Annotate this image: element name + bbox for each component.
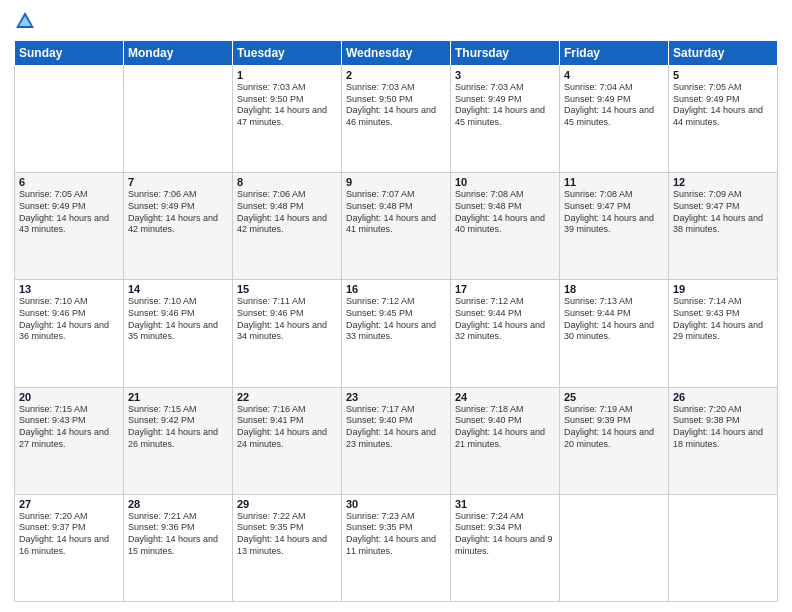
day-number: 15 [237, 283, 337, 295]
day-number: 1 [237, 69, 337, 81]
day-number: 5 [673, 69, 773, 81]
day-content: Sunrise: 7:03 AMSunset: 9:50 PMDaylight:… [346, 82, 446, 129]
calendar-cell: 12Sunrise: 7:09 AMSunset: 9:47 PMDayligh… [669, 173, 778, 280]
calendar-cell: 26Sunrise: 7:20 AMSunset: 9:38 PMDayligh… [669, 387, 778, 494]
day-number: 26 [673, 391, 773, 403]
day-content: Sunrise: 7:16 AMSunset: 9:41 PMDaylight:… [237, 404, 337, 451]
day-content: Sunrise: 7:24 AMSunset: 9:34 PMDaylight:… [455, 511, 555, 558]
day-content: Sunrise: 7:03 AMSunset: 9:50 PMDaylight:… [237, 82, 337, 129]
calendar-cell: 8Sunrise: 7:06 AMSunset: 9:48 PMDaylight… [233, 173, 342, 280]
day-number: 4 [564, 69, 664, 81]
day-number: 13 [19, 283, 119, 295]
calendar-cell: 27Sunrise: 7:20 AMSunset: 9:37 PMDayligh… [15, 494, 124, 601]
calendar-cell: 10Sunrise: 7:08 AMSunset: 9:48 PMDayligh… [451, 173, 560, 280]
calendar-cell: 21Sunrise: 7:15 AMSunset: 9:42 PMDayligh… [124, 387, 233, 494]
calendar-cell [124, 66, 233, 173]
day-number: 25 [564, 391, 664, 403]
day-content: Sunrise: 7:11 AMSunset: 9:46 PMDaylight:… [237, 296, 337, 343]
calendar-cell: 14Sunrise: 7:10 AMSunset: 9:46 PMDayligh… [124, 280, 233, 387]
day-content: Sunrise: 7:20 AMSunset: 9:37 PMDaylight:… [19, 511, 119, 558]
day-content: Sunrise: 7:03 AMSunset: 9:49 PMDaylight:… [455, 82, 555, 129]
calendar-week-row: 13Sunrise: 7:10 AMSunset: 9:46 PMDayligh… [15, 280, 778, 387]
day-content: Sunrise: 7:14 AMSunset: 9:43 PMDaylight:… [673, 296, 773, 343]
day-number: 31 [455, 498, 555, 510]
calendar-cell: 29Sunrise: 7:22 AMSunset: 9:35 PMDayligh… [233, 494, 342, 601]
calendar-header-row: SundayMondayTuesdayWednesdayThursdayFrid… [15, 41, 778, 66]
weekday-header: Thursday [451, 41, 560, 66]
day-number: 17 [455, 283, 555, 295]
day-content: Sunrise: 7:08 AMSunset: 9:48 PMDaylight:… [455, 189, 555, 236]
weekday-header: Saturday [669, 41, 778, 66]
weekday-header: Friday [560, 41, 669, 66]
weekday-header: Tuesday [233, 41, 342, 66]
day-number: 11 [564, 176, 664, 188]
calendar-cell: 28Sunrise: 7:21 AMSunset: 9:36 PMDayligh… [124, 494, 233, 601]
day-number: 3 [455, 69, 555, 81]
calendar-cell: 24Sunrise: 7:18 AMSunset: 9:40 PMDayligh… [451, 387, 560, 494]
calendar-cell: 18Sunrise: 7:13 AMSunset: 9:44 PMDayligh… [560, 280, 669, 387]
day-content: Sunrise: 7:17 AMSunset: 9:40 PMDaylight:… [346, 404, 446, 451]
calendar-cell: 23Sunrise: 7:17 AMSunset: 9:40 PMDayligh… [342, 387, 451, 494]
day-content: Sunrise: 7:20 AMSunset: 9:38 PMDaylight:… [673, 404, 773, 451]
calendar-week-row: 1Sunrise: 7:03 AMSunset: 9:50 PMDaylight… [15, 66, 778, 173]
day-content: Sunrise: 7:18 AMSunset: 9:40 PMDaylight:… [455, 404, 555, 451]
calendar-week-row: 27Sunrise: 7:20 AMSunset: 9:37 PMDayligh… [15, 494, 778, 601]
calendar-cell: 16Sunrise: 7:12 AMSunset: 9:45 PMDayligh… [342, 280, 451, 387]
calendar-cell: 19Sunrise: 7:14 AMSunset: 9:43 PMDayligh… [669, 280, 778, 387]
calendar-cell: 2Sunrise: 7:03 AMSunset: 9:50 PMDaylight… [342, 66, 451, 173]
day-number: 21 [128, 391, 228, 403]
day-number: 2 [346, 69, 446, 81]
day-number: 29 [237, 498, 337, 510]
calendar-cell [669, 494, 778, 601]
calendar-cell: 31Sunrise: 7:24 AMSunset: 9:34 PMDayligh… [451, 494, 560, 601]
calendar-cell: 15Sunrise: 7:11 AMSunset: 9:46 PMDayligh… [233, 280, 342, 387]
page-header [14, 10, 778, 32]
calendar-cell: 3Sunrise: 7:03 AMSunset: 9:49 PMDaylight… [451, 66, 560, 173]
day-content: Sunrise: 7:22 AMSunset: 9:35 PMDaylight:… [237, 511, 337, 558]
day-content: Sunrise: 7:12 AMSunset: 9:45 PMDaylight:… [346, 296, 446, 343]
day-content: Sunrise: 7:06 AMSunset: 9:48 PMDaylight:… [237, 189, 337, 236]
day-number: 27 [19, 498, 119, 510]
day-number: 6 [19, 176, 119, 188]
day-content: Sunrise: 7:15 AMSunset: 9:42 PMDaylight:… [128, 404, 228, 451]
calendar-cell: 25Sunrise: 7:19 AMSunset: 9:39 PMDayligh… [560, 387, 669, 494]
calendar-cell [15, 66, 124, 173]
day-number: 22 [237, 391, 337, 403]
day-number: 14 [128, 283, 228, 295]
weekday-header: Monday [124, 41, 233, 66]
day-content: Sunrise: 7:15 AMSunset: 9:43 PMDaylight:… [19, 404, 119, 451]
logo [14, 10, 38, 32]
calendar-cell: 4Sunrise: 7:04 AMSunset: 9:49 PMDaylight… [560, 66, 669, 173]
calendar-cell: 7Sunrise: 7:06 AMSunset: 9:49 PMDaylight… [124, 173, 233, 280]
day-number: 10 [455, 176, 555, 188]
day-number: 16 [346, 283, 446, 295]
day-content: Sunrise: 7:13 AMSunset: 9:44 PMDaylight:… [564, 296, 664, 343]
day-content: Sunrise: 7:09 AMSunset: 9:47 PMDaylight:… [673, 189, 773, 236]
calendar-cell: 9Sunrise: 7:07 AMSunset: 9:48 PMDaylight… [342, 173, 451, 280]
day-number: 23 [346, 391, 446, 403]
day-number: 30 [346, 498, 446, 510]
calendar-cell: 13Sunrise: 7:10 AMSunset: 9:46 PMDayligh… [15, 280, 124, 387]
day-content: Sunrise: 7:08 AMSunset: 9:47 PMDaylight:… [564, 189, 664, 236]
day-number: 7 [128, 176, 228, 188]
calendar-cell: 17Sunrise: 7:12 AMSunset: 9:44 PMDayligh… [451, 280, 560, 387]
day-content: Sunrise: 7:10 AMSunset: 9:46 PMDaylight:… [19, 296, 119, 343]
day-content: Sunrise: 7:05 AMSunset: 9:49 PMDaylight:… [673, 82, 773, 129]
day-content: Sunrise: 7:04 AMSunset: 9:49 PMDaylight:… [564, 82, 664, 129]
calendar-week-row: 6Sunrise: 7:05 AMSunset: 9:49 PMDaylight… [15, 173, 778, 280]
calendar-week-row: 20Sunrise: 7:15 AMSunset: 9:43 PMDayligh… [15, 387, 778, 494]
day-content: Sunrise: 7:07 AMSunset: 9:48 PMDaylight:… [346, 189, 446, 236]
calendar-cell: 11Sunrise: 7:08 AMSunset: 9:47 PMDayligh… [560, 173, 669, 280]
day-number: 19 [673, 283, 773, 295]
calendar-cell: 22Sunrise: 7:16 AMSunset: 9:41 PMDayligh… [233, 387, 342, 494]
calendar-table: SundayMondayTuesdayWednesdayThursdayFrid… [14, 40, 778, 602]
day-number: 20 [19, 391, 119, 403]
calendar-cell: 5Sunrise: 7:05 AMSunset: 9:49 PMDaylight… [669, 66, 778, 173]
calendar-cell [560, 494, 669, 601]
day-number: 9 [346, 176, 446, 188]
calendar-cell: 6Sunrise: 7:05 AMSunset: 9:49 PMDaylight… [15, 173, 124, 280]
day-content: Sunrise: 7:23 AMSunset: 9:35 PMDaylight:… [346, 511, 446, 558]
day-number: 8 [237, 176, 337, 188]
calendar-cell: 20Sunrise: 7:15 AMSunset: 9:43 PMDayligh… [15, 387, 124, 494]
day-content: Sunrise: 7:06 AMSunset: 9:49 PMDaylight:… [128, 189, 228, 236]
